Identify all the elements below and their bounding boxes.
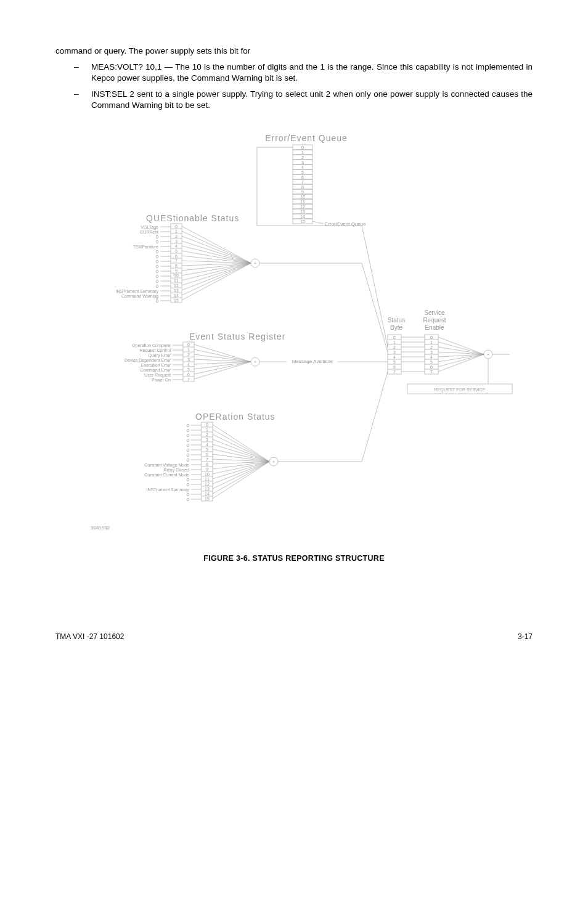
svg-text:7: 7 — [393, 370, 396, 374]
svg-text:5: 5 — [430, 360, 433, 364]
svg-text:+: + — [487, 353, 489, 357]
intro-text: command or query. The power supply sets … — [55, 46, 533, 57]
svg-text:11: 11 — [205, 477, 210, 481]
svg-text:Service: Service — [424, 309, 445, 316]
svg-text:4: 4 — [301, 165, 304, 169]
svg-text:Byte: Byte — [390, 324, 402, 331]
svg-line-289 — [213, 439, 269, 462]
svg-line-286 — [213, 425, 269, 462]
svg-text:6: 6 — [187, 372, 190, 377]
footer-left: TMA VXI -27 101602 — [55, 632, 124, 642]
svg-text:11: 11 — [300, 200, 305, 204]
figure-diagram: Error/Event Queue 0 1 2 3 4 5 6 7 8 9 10… — [55, 130, 533, 546]
svg-text:3: 3 — [206, 438, 208, 442]
svg-text:6: 6 — [301, 175, 304, 179]
svg-text:Constant Current Mode: Constant Current Mode — [144, 473, 189, 477]
svg-text:2: 2 — [430, 345, 433, 349]
svg-text:0: 0 — [175, 224, 178, 229]
svg-text:12: 12 — [174, 283, 179, 288]
svg-text:0: 0 — [430, 335, 433, 340]
svg-text:INSTrument Summary: INSTrument Summary — [116, 289, 159, 294]
svg-text:14: 14 — [174, 293, 179, 298]
svg-text:+: + — [254, 360, 256, 364]
svg-text:11: 11 — [174, 279, 179, 283]
svg-text:1: 1 — [301, 150, 304, 155]
svg-text:14: 14 — [300, 214, 305, 219]
svg-line-297 — [213, 462, 269, 479]
error-queue-title: Error/Event Queue — [265, 133, 348, 143]
svg-text:0: 0 — [156, 250, 158, 254]
error-queue-stack: 0 1 2 3 4 5 6 7 8 9 10 11 12 13 14 15 — [293, 145, 312, 224]
svg-text:7: 7 — [301, 180, 304, 184]
svg-text:Request Control: Request Control — [139, 348, 171, 353]
svg-text:2: 2 — [206, 433, 208, 437]
svg-text:0: 0 — [156, 274, 158, 279]
svg-text:7: 7 — [175, 259, 178, 263]
svg-text:Command Error: Command Error — [140, 368, 171, 372]
svg-text:0: 0 — [156, 264, 158, 269]
svg-text:3: 3 — [175, 239, 178, 243]
bullet-dash: – — [74, 62, 91, 84]
svg-text:6: 6 — [206, 452, 208, 457]
svg-text:1: 1 — [187, 348, 190, 352]
svg-text:Device Dependent Error: Device Dependent Error — [125, 358, 171, 363]
svg-text:0: 0 — [187, 483, 189, 487]
bullet-text-2: INST:SEL 2 sent to a single power supply… — [91, 89, 533, 111]
svg-text:0: 0 — [156, 284, 158, 288]
svg-text:13: 13 — [300, 210, 305, 214]
svg-text:4: 4 — [206, 442, 208, 447]
svg-text:VOLTage: VOLTage — [141, 225, 158, 230]
svg-text:3: 3 — [393, 350, 396, 354]
bullet-text-1: MEAS:VOLT? 10,1 — The 10 is the number o… — [91, 62, 533, 84]
svg-text:0: 0 — [156, 235, 158, 239]
svg-line-299 — [213, 462, 269, 489]
svg-text:1: 1 — [393, 340, 396, 344]
svg-text:Enable: Enable — [425, 324, 444, 331]
svg-text:4: 4 — [393, 355, 396, 359]
event-status-title: Event Status Register — [189, 332, 285, 341]
svg-text:2: 2 — [393, 345, 396, 349]
svg-text:0: 0 — [187, 497, 189, 502]
svg-line-298 — [213, 462, 269, 484]
svg-line-287 — [213, 430, 269, 462]
svg-text:3: 3 — [301, 160, 304, 165]
svg-text:3: 3 — [187, 357, 190, 362]
svg-text:13: 13 — [174, 288, 179, 293]
svg-line-290 — [213, 444, 269, 462]
svg-text:10: 10 — [174, 274, 179, 278]
svg-text:CURRent: CURRent — [140, 230, 158, 234]
svg-line-110 — [182, 263, 251, 280]
svg-text:7: 7 — [187, 377, 190, 381]
svg-text:5: 5 — [206, 447, 208, 452]
svg-text:5: 5 — [301, 170, 304, 174]
svg-text:User Request: User Request — [144, 373, 171, 378]
svg-line-114 — [182, 263, 251, 300]
svg-text:0: 0 — [156, 240, 158, 244]
svg-line-103 — [182, 246, 251, 263]
svg-line-219 — [362, 263, 388, 352]
svg-text:0: 0 — [206, 423, 208, 427]
svg-text:Operation Complete: Operation Complete — [132, 343, 171, 348]
svg-text:INSTrument Summary: INSTrument Summary — [147, 487, 190, 492]
svg-text:Power On: Power On — [152, 378, 171, 382]
svg-text:+: + — [272, 460, 275, 464]
svg-text:0: 0 — [187, 478, 189, 482]
svg-text:Relay Closed: Relay Closed — [163, 468, 189, 473]
svg-line-300 — [213, 462, 269, 494]
svg-line-113 — [182, 263, 251, 295]
svg-text:2: 2 — [175, 234, 178, 238]
svg-line-156 — [194, 362, 251, 379]
svg-text:4: 4 — [430, 355, 433, 359]
svg-text:0: 0 — [156, 255, 158, 259]
svg-text:0: 0 — [187, 343, 190, 347]
svg-line-149 — [194, 344, 251, 362]
footer-right: 3-17 — [518, 632, 533, 642]
svg-text:5: 5 — [175, 249, 178, 253]
svg-line-101 — [182, 236, 251, 263]
svg-text:0: 0 — [393, 335, 396, 340]
svg-line-221 — [362, 226, 388, 347]
svg-text:Request: Request — [423, 317, 446, 324]
figure-caption: FIGURE 3-6. STATUS REPORTING STRUCTURE — [55, 553, 533, 564]
questionable-block: VOLTage CURRent 0 0 TEMPerature 0 0 0 0 … — [116, 224, 259, 303]
svg-line-111 — [182, 263, 251, 285]
